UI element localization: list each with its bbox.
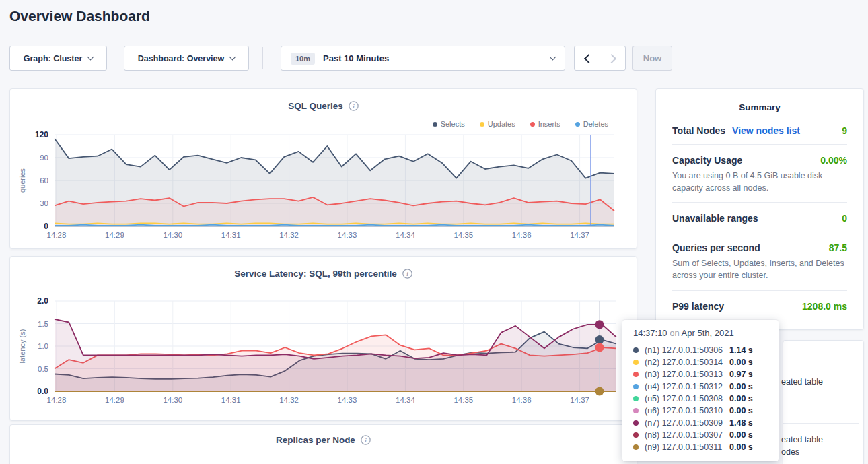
series-color-dot bbox=[633, 432, 639, 438]
tooltip-node-row: (n1) 127.0.0.1:503061.14 s bbox=[633, 344, 769, 356]
metric-value: 1208.0 ms bbox=[802, 301, 847, 312]
latency-value: 0.00 s bbox=[729, 442, 753, 452]
chevron-down-icon bbox=[550, 54, 556, 61]
replicas-per-node-chart-card: Replicas per Node i bbox=[9, 424, 637, 464]
tooltip-node-row: (n4) 127.0.0.1:503120.00 s bbox=[633, 380, 769, 393]
metric-label: Queries per second bbox=[672, 242, 760, 253]
chevron-down-icon bbox=[229, 54, 236, 61]
toolbar-divider bbox=[262, 47, 263, 69]
svg-text:14:36: 14:36 bbox=[512, 396, 532, 404]
svg-text:14:28: 14:28 bbox=[47, 231, 67, 239]
svg-text:14:30: 14:30 bbox=[163, 231, 182, 239]
series-color-dot bbox=[633, 408, 639, 413]
time-window-label: Past 10 Minutes bbox=[323, 53, 389, 63]
svg-text:0.5: 0.5 bbox=[38, 365, 48, 373]
summary-row-queries-per-second: Queries per second 87.5 Sum of Selects, … bbox=[672, 232, 847, 290]
series-color-dot bbox=[633, 420, 639, 426]
tooltip-node-row: (n7) 127.0.0.1:503091.48 s bbox=[633, 417, 769, 429]
svg-text:0: 0 bbox=[44, 222, 48, 231]
now-button[interactable]: Now bbox=[632, 46, 672, 71]
latency-value: 0.00 s bbox=[729, 406, 753, 416]
latency-value: 0.00 s bbox=[729, 382, 753, 391]
node-address: (n1) 127.0.0.1:50306 bbox=[645, 345, 729, 355]
svg-text:1.5: 1.5 bbox=[38, 320, 48, 328]
metric-label: Unavailable ranges bbox=[672, 213, 758, 224]
series-color-dot bbox=[633, 347, 639, 353]
svg-text:i: i bbox=[365, 437, 367, 444]
metric-value: 0.00% bbox=[820, 155, 847, 166]
summary-title: Summary bbox=[656, 89, 863, 112]
latency-value: 1.48 s bbox=[729, 418, 753, 428]
series-color-dot bbox=[633, 444, 639, 450]
sql-queries-chart-card: SQL Queries i SelectsUpdatesInsertsDelet… bbox=[9, 88, 637, 249]
replicas-per-node-chart-title: Replicas per Node i bbox=[10, 435, 637, 445]
node-address: (n5) 127.0.0.1:50308 bbox=[645, 394, 729, 403]
svg-text:14:34: 14:34 bbox=[396, 396, 415, 404]
time-step-buttons bbox=[574, 46, 626, 71]
svg-text:90: 90 bbox=[40, 154, 48, 162]
event-text-fragment: odes bbox=[781, 447, 799, 457]
events-panel: eated tableeated tableodes bbox=[783, 340, 864, 464]
sql-queries-chart[interactable]: 030609012014:2814:2914:3014:3114:3214:33… bbox=[10, 89, 638, 250]
dashboard-selector-dropdown[interactable]: Dashboard: Overview bbox=[124, 46, 249, 71]
svg-text:14:34: 14:34 bbox=[396, 231, 415, 239]
svg-text:14:31: 14:31 bbox=[221, 396, 241, 404]
latency-value: 0.00 s bbox=[729, 394, 753, 403]
summary-row-p99-latency: P99 latency 1208.0 ms bbox=[672, 291, 847, 320]
metric-label: Capacity Usage bbox=[672, 155, 742, 166]
info-icon[interactable]: i bbox=[361, 435, 371, 445]
node-address: (n3) 127.0.0.1:50313 bbox=[645, 370, 729, 379]
node-address: (n7) 127.0.0.1:50309 bbox=[645, 418, 729, 428]
node-address: (n6) 127.0.0.1:50310 bbox=[645, 406, 729, 416]
service-latency-chart[interactable]: 0.00.51.01.52.014:2814:2914:3014:3114:32… bbox=[10, 257, 638, 422]
series-color-dot bbox=[633, 360, 639, 365]
time-backward-button[interactable] bbox=[575, 46, 600, 70]
graph-selector-dropdown[interactable]: Graph: Cluster bbox=[9, 46, 107, 71]
summary-body: Total Nodes View nodes list 9 Capacity U… bbox=[656, 112, 863, 320]
chart-hover-tooltip: 14:37:10 on Apr 5th, 2021 (n1) 127.0.0.1… bbox=[622, 320, 779, 461]
svg-text:14:29: 14:29 bbox=[105, 231, 124, 239]
svg-text:120: 120 bbox=[35, 130, 48, 139]
node-address: (n4) 127.0.0.1:50312 bbox=[645, 382, 729, 391]
chevron-left-icon bbox=[583, 53, 593, 63]
series-color-dot bbox=[633, 384, 639, 389]
svg-text:14:31: 14:31 bbox=[221, 231, 241, 239]
tooltip-timestamp: 14:37:10 on Apr 5th, 2021 bbox=[633, 328, 769, 338]
latency-value: 1.14 s bbox=[729, 345, 753, 355]
svg-text:30: 30 bbox=[40, 199, 48, 207]
tooltip-node-row: (n8) 127.0.0.1:503070.00 s bbox=[633, 429, 769, 441]
svg-text:1.0: 1.0 bbox=[38, 342, 48, 350]
metric-label: Total Nodes bbox=[672, 125, 725, 136]
overview-dashboard-page: Overview Dashboard Graph: Cluster Dashbo… bbox=[0, 0, 868, 464]
metric-value: 9 bbox=[842, 125, 847, 136]
series-color-dot bbox=[633, 372, 639, 377]
svg-text:14:35: 14:35 bbox=[454, 231, 473, 239]
metric-value: 87.5 bbox=[829, 242, 847, 253]
event-text-fragment: eated table bbox=[781, 435, 823, 444]
service-latency-chart-card: Service Latency: SQL, 99th percentile i … bbox=[9, 256, 637, 421]
metric-value: 0 bbox=[842, 213, 847, 224]
svg-text:14:33: 14:33 bbox=[338, 396, 357, 404]
event-text-fragment: eated table bbox=[781, 377, 823, 387]
view-nodes-list-link[interactable]: View nodes list bbox=[732, 125, 800, 136]
time-window-dropdown[interactable]: 10m Past 10 Minutes bbox=[281, 46, 565, 71]
page-title: Overview Dashboard bbox=[9, 8, 150, 24]
svg-text:queries: queries bbox=[18, 168, 26, 193]
time-window-badge: 10m bbox=[291, 53, 315, 65]
events-divider bbox=[783, 423, 859, 424]
node-address: (n8) 127.0.0.1:50307 bbox=[645, 430, 729, 440]
metric-description: You are using 0 B of 4.5 GiB usable disk… bbox=[672, 170, 847, 194]
tooltip-node-row: (n6) 127.0.0.1:503100.00 s bbox=[633, 405, 769, 417]
chevron-right-icon bbox=[606, 53, 616, 63]
svg-text:14:28: 14:28 bbox=[47, 396, 67, 404]
tooltip-node-rows: (n1) 127.0.0.1:503061.14 s(n2) 127.0.0.1… bbox=[633, 344, 769, 453]
latency-value: 0.00 s bbox=[729, 358, 753, 367]
svg-text:0.0: 0.0 bbox=[37, 387, 48, 396]
svg-text:60: 60 bbox=[40, 176, 48, 185]
tooltip-node-row: (n2) 127.0.0.1:503140.00 s bbox=[633, 356, 769, 368]
series-color-dot bbox=[633, 396, 639, 401]
summary-row-capacity-usage: Capacity Usage 0.00% You are using 0 B o… bbox=[672, 145, 847, 203]
graph-selector-label: Graph: Cluster bbox=[24, 54, 83, 63]
svg-text:14:29: 14:29 bbox=[105, 396, 124, 404]
time-forward-button[interactable] bbox=[600, 46, 625, 70]
